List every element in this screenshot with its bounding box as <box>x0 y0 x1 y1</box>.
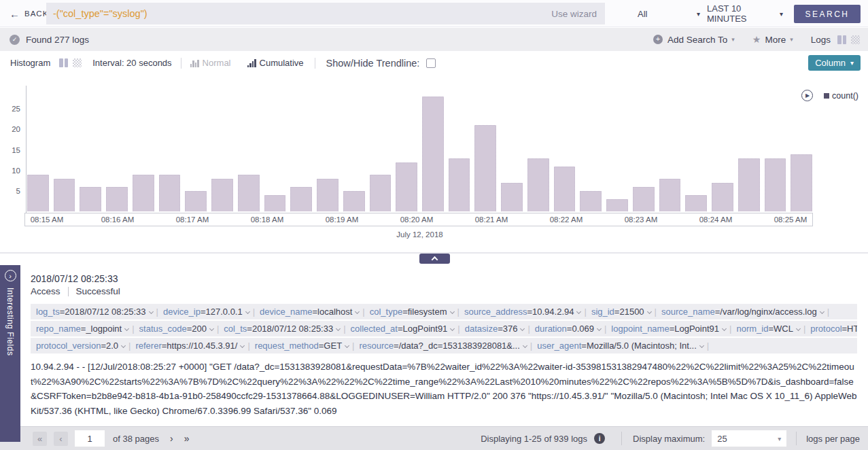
histogram-bar[interactable] <box>264 195 286 211</box>
histogram-bar[interactable] <box>685 195 707 211</box>
histogram-bar[interactable] <box>501 183 523 211</box>
field-tag-logpoint_name[interactable]: logpoint_name=LogPoint91 <box>611 324 728 334</box>
results-bar: ✓ Found 277 logs + Add Search To ▾ ★ Mor… <box>0 28 868 51</box>
time-range-dropdown[interactable]: LAST 10 MINUTES ▾ <box>707 0 783 27</box>
histogram-bar[interactable] <box>290 187 312 211</box>
histogram-bar[interactable] <box>185 191 207 211</box>
histogram-bar[interactable] <box>133 175 154 211</box>
histogram-bar[interactable] <box>606 199 628 211</box>
field-tag-protocol_version[interactable]: protocol_version=2.0 <box>36 341 127 351</box>
histogram-bar[interactable] <box>27 175 49 211</box>
field-tag-resource[interactable]: resource=/data?_dc=1531383928081&... <box>359 341 528 351</box>
chevron-down-icon <box>240 343 245 348</box>
histogram-bar[interactable] <box>580 191 602 211</box>
field-tag-source_name[interactable]: source_name=/var/log/nginx/access.log <box>661 307 826 317</box>
histogram-label: Histogram <box>10 58 50 68</box>
divider <box>68 287 69 296</box>
search-button[interactable]: SEARCH <box>794 5 861 23</box>
histogram-bar[interactable] <box>474 125 496 211</box>
previous-page-button[interactable]: ‹ <box>54 432 68 446</box>
histogram-chart: 510152025 08:15 AM08:16 AM08:17 AM08:18 … <box>0 75 868 243</box>
cumulative-mode-button[interactable]: Cumulative <box>260 58 304 68</box>
x-tick-label: 08:22 AM <box>546 215 587 224</box>
field-tag-repo_name[interactable]: repo_name=_logpoint <box>36 324 131 334</box>
list-view-toggle-icon[interactable] <box>837 35 846 44</box>
histogram-bar[interactable] <box>659 179 681 211</box>
scope-dropdown[interactable]: All ▾ <box>638 0 700 27</box>
chevron-down-icon <box>820 309 824 314</box>
trendline-checkbox[interactable] <box>426 58 436 68</box>
histogram-bar[interactable] <box>238 175 260 211</box>
info-icon[interactable]: i <box>594 433 605 444</box>
histogram-bar[interactable] <box>527 158 549 211</box>
histogram-bar[interactable] <box>765 158 786 211</box>
grid-view-toggle-icon[interactable] <box>851 35 860 44</box>
chevron-down-icon <box>450 309 455 314</box>
field-separator: | <box>128 341 131 351</box>
panel-divider <box>0 243 868 265</box>
chevron-down-icon <box>121 343 126 348</box>
chevron-down-icon <box>576 309 581 314</box>
histogram-bar[interactable] <box>317 179 338 211</box>
histogram-bar[interactable] <box>738 158 760 211</box>
normal-mode-button[interactable]: Normal <box>203 58 231 68</box>
chart-type-button[interactable]: Column ▾ <box>808 55 861 71</box>
histogram-grid-toggle-icon[interactable] <box>73 58 82 67</box>
log-results-panel: › Interesting Fields 2018/07/12 08:25:33… <box>0 265 868 426</box>
field-tag-referer[interactable]: referer=https://10.45.3.91/ <box>135 341 246 351</box>
histogram-bar[interactable] <box>791 154 812 211</box>
chevron-down-icon <box>520 326 525 331</box>
search-query-input[interactable] <box>46 8 551 19</box>
next-page-button[interactable]: › <box>170 433 173 444</box>
field-tag-device_name[interactable]: device_name=localhost <box>260 307 361 317</box>
histogram-bar[interactable] <box>554 167 576 211</box>
x-tick-label: 08:24 AM <box>695 215 736 224</box>
field-tag-norm_id[interactable]: norm_id=WCL <box>736 324 801 334</box>
histogram-bar[interactable] <box>80 187 101 211</box>
field-tag-log_ts[interactable]: log_ts=2018/07/12 08:25:33 <box>36 307 155 317</box>
field-tag-duration[interactable]: duration=0.069 <box>535 324 603 334</box>
field-tag-device_ip[interactable]: device_ip=127.0.0.1 <box>163 307 251 317</box>
histogram-bar[interactable] <box>396 162 417 211</box>
play-icon[interactable]: ▶ <box>801 90 813 101</box>
field-separator: | <box>217 324 219 334</box>
chevron-down-icon <box>450 326 455 331</box>
field-tag-col_type[interactable]: col_type=filesystem <box>370 307 456 317</box>
display-maximum-select[interactable]: 25 ▾ <box>712 430 786 447</box>
field-tag-col_ts[interactable]: col_ts=2018/07/12 08:25:33 <box>224 324 342 334</box>
collapse-histogram-button[interactable] <box>419 254 450 264</box>
interesting-fields-sidebar[interactable]: › Interesting Fields <box>0 265 20 442</box>
histogram-bar[interactable] <box>343 191 365 211</box>
histogram-bar[interactable] <box>54 179 75 211</box>
field-tag-request_method[interactable]: request_method=GET <box>255 341 351 351</box>
back-button[interactable]: ← BACK <box>10 0 48 27</box>
histogram-bar[interactable] <box>633 187 655 211</box>
histogram-bar[interactable] <box>422 97 444 211</box>
field-tag-user_agent[interactable]: user_agent=Mozilla/5.0 (Macintosh; Int..… <box>537 341 706 351</box>
use-wizard-link[interactable]: Use wizard <box>551 9 605 19</box>
field-tag-source_address[interactable]: source_address=10.94.2.94 <box>464 307 583 317</box>
add-search-to-button[interactable]: Add Search To <box>667 35 727 45</box>
histogram-bar[interactable] <box>712 183 733 211</box>
histogram-bar[interactable] <box>449 158 470 211</box>
histogram-view-toggle-icon[interactable] <box>59 58 68 67</box>
expand-sidebar-icon[interactable]: › <box>5 270 16 281</box>
field-tag-collected_at[interactable]: collected_at=LogPoint91 <box>351 324 457 334</box>
chevron-down-icon <box>336 326 341 331</box>
first-page-button[interactable]: « <box>33 432 47 446</box>
field-tag-sig_id[interactable]: sig_id=21500 <box>591 307 653 317</box>
chevron-down-icon: ▾ <box>850 59 854 67</box>
field-tag-protocol[interactable]: protocol=HTTP <box>810 324 857 334</box>
histogram-bar[interactable] <box>370 175 392 211</box>
histogram-bar[interactable] <box>106 187 128 211</box>
field-tag-datasize[interactable]: datasize=376 <box>465 324 527 334</box>
histogram-bar[interactable] <box>159 175 181 211</box>
time-range-value: LAST 10 MINUTES <box>707 3 780 24</box>
field-tag-status_code[interactable]: status_code=200 <box>139 324 215 334</box>
chevron-down-icon: ▾ <box>780 10 783 18</box>
page-number-input[interactable] <box>75 430 105 447</box>
chevron-down-icon <box>245 309 250 314</box>
last-page-button[interactable]: » <box>184 433 190 444</box>
histogram-bar[interactable] <box>211 179 233 211</box>
more-button[interactable]: More <box>765 35 786 45</box>
